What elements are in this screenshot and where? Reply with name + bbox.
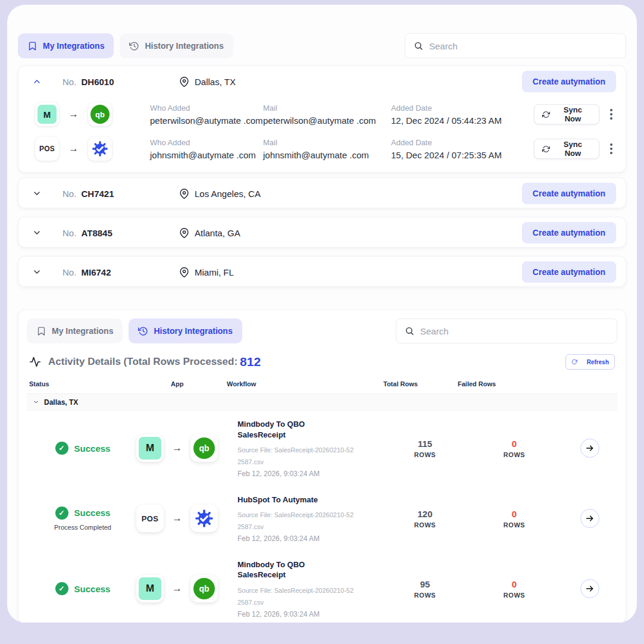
- added-date-value: 15, Dec 2024 / 07:25:35 AM: [391, 150, 534, 160]
- added-date-field: Added Date 15, Dec 2024 / 07:25:35 AM: [391, 138, 534, 160]
- refresh-button[interactable]: Refresh: [565, 354, 615, 370]
- column-header-app: App: [171, 380, 227, 387]
- group-row-dallas[interactable]: Dallas, TX: [27, 394, 617, 411]
- status-subtext: Process Completed: [54, 524, 111, 531]
- tab-history-integrations[interactable]: History Integrations: [120, 33, 233, 58]
- refresh-label: Refresh: [587, 359, 609, 365]
- failed-rows-value: 0: [464, 509, 565, 519]
- quickbooks-letters: qb: [193, 578, 215, 599]
- location-text: Dallas, TX: [195, 77, 236, 87]
- who-added-value: peterwilson@autymate .com: [150, 115, 263, 126]
- tab-history-integrations[interactable]: History Integrations: [129, 318, 242, 343]
- create-autymation-button[interactable]: Create autymation: [522, 183, 616, 204]
- workflow-source-file: Source File: SalesReceipt-20260210-52258…: [237, 585, 357, 609]
- more-options-icon[interactable]: [607, 105, 616, 123]
- create-autymation-button[interactable]: Create autymation: [522, 222, 616, 243]
- chevron-down-icon[interactable]: [28, 189, 46, 198]
- mindbody-icon: M: [136, 575, 164, 602]
- arrow-right-icon: [585, 443, 595, 453]
- integration-header[interactable]: No. DH6010 Dallas, TX Create autymation: [18, 66, 626, 97]
- integration-header[interactable]: No. AT8845 Atlanta, GA Create autymation: [18, 217, 626, 248]
- status-text: Success: [74, 584, 111, 594]
- row-details-button[interactable]: [580, 509, 599, 528]
- row-details-button[interactable]: [580, 439, 599, 458]
- arrow-right-icon: →: [172, 512, 182, 524]
- chevron-down-icon[interactable]: [28, 267, 46, 277]
- tab-label: History Integrations: [154, 326, 232, 336]
- history-tabs: My Integrations History Integrations: [27, 318, 242, 343]
- activity-title: Activity Details (Total Rows Processed:: [48, 356, 237, 368]
- total-rows-value: 115: [386, 439, 464, 449]
- mail-value: peterwilson@autymate .com: [263, 115, 391, 126]
- top-tabs: My Integrations History Integrations: [18, 33, 233, 58]
- success-check-icon: ✓: [55, 582, 68, 595]
- table-header: Status App Workflow Total Rows Failed Ro…: [27, 380, 617, 394]
- quickbooks-letters: qb: [193, 437, 215, 459]
- quickbooks-icon: qb: [88, 102, 112, 126]
- column-header-total-rows: Total Rows: [383, 380, 458, 387]
- integration-location: Dallas, TX: [179, 77, 236, 87]
- quickbooks-icon: qb: [190, 434, 218, 462]
- details-cell: [565, 509, 615, 528]
- integration-header[interactable]: No. CH7421 Los Angeles, CA Create autyma…: [18, 178, 626, 209]
- chevron-up-icon[interactable]: [28, 77, 46, 86]
- status-text: Success: [74, 443, 111, 454]
- details-cell: [565, 439, 615, 458]
- who-added-field: Who Added peterwilson@autymate .com: [150, 104, 263, 126]
- arrow-right-icon: [585, 584, 595, 593]
- mindbody-letter: M: [139, 577, 161, 600]
- mail-label: Mail: [263, 104, 391, 112]
- integration-number: No. MI6742: [62, 267, 179, 277]
- rows-unit: ROWS: [386, 451, 464, 458]
- activity-icon: [29, 356, 41, 368]
- autymate-gear-icon: [88, 137, 112, 161]
- total-rows-cell: 120 ROWS: [386, 509, 464, 529]
- location-pin-icon: [179, 77, 189, 87]
- status-cell: ✓ Success: [29, 442, 136, 455]
- search-input[interactable]: [420, 326, 608, 336]
- number-value: MI6742: [82, 267, 111, 277]
- who-added-label: Who Added: [150, 138, 263, 147]
- app-cell: M → qb: [136, 434, 237, 462]
- autymate-gear-icon: [190, 505, 218, 532]
- total-rows-value: 95: [386, 579, 464, 589]
- tab-label: History Integrations: [145, 41, 223, 51]
- bookmark-icon: [36, 326, 46, 336]
- search-icon: [405, 326, 414, 336]
- workflow-title: HubSpot To Autymate: [237, 495, 345, 505]
- arrow-right-icon: [585, 514, 595, 523]
- sync-now-button[interactable]: Sync Now: [534, 139, 599, 159]
- added-date-field: Added Date 12, Dec 2024 / 05:44:23 AM: [391, 104, 534, 126]
- mindbody-letter: M: [139, 437, 161, 459]
- arrow-right-icon: →: [68, 108, 79, 120]
- sync-now-button[interactable]: Sync Now: [534, 104, 599, 124]
- integration-location: Atlanta, GA: [179, 228, 240, 238]
- rows-unit: ROWS: [464, 521, 565, 529]
- create-autymation-button[interactable]: Create autymation: [522, 71, 616, 92]
- mindbody-letter: M: [37, 105, 57, 124]
- number-label: No.: [62, 189, 76, 199]
- mail-field: Mail johnsmith@autymate .com: [263, 138, 391, 160]
- mail-value: johnsmith@autymate .com: [263, 150, 391, 160]
- create-autymation-button[interactable]: Create autymation: [522, 261, 616, 283]
- who-added-field: Who Added johnsmith@autymate .com: [150, 138, 263, 160]
- chevron-down-icon[interactable]: [28, 228, 46, 237]
- column-header-workflow: Workflow: [227, 380, 383, 387]
- tab-my-integrations[interactable]: My Integrations: [18, 33, 114, 58]
- tab-my-integrations[interactable]: My Integrations: [27, 318, 123, 343]
- workflow-cell: Mindbody To QBO SalesReceipt Source File…: [237, 411, 386, 486]
- location-text: Los Angeles, CA: [195, 189, 261, 199]
- quickbooks-icon: qb: [190, 575, 218, 602]
- failed-rows-cell: 0 ROWS: [464, 509, 565, 529]
- integration-location: Miami, FL: [179, 267, 234, 277]
- search-input[interactable]: [429, 41, 617, 51]
- connection-row: M → qb Who Added peterwilson@autymate .c…: [18, 97, 626, 132]
- failed-rows-cell: 0 ROWS: [464, 579, 565, 599]
- number-value: AT8845: [82, 228, 112, 238]
- pos-letters: POS: [142, 514, 158, 523]
- more-options-icon[interactable]: [607, 140, 616, 158]
- integration-header[interactable]: No. MI6742 Miami, FL Create autymation: [18, 257, 626, 287]
- row-details-button[interactable]: [580, 579, 599, 598]
- arrow-right-icon: →: [172, 583, 182, 595]
- table-row: ✓ Success M → qb Mindbody To QBO SalesRe…: [27, 411, 617, 486]
